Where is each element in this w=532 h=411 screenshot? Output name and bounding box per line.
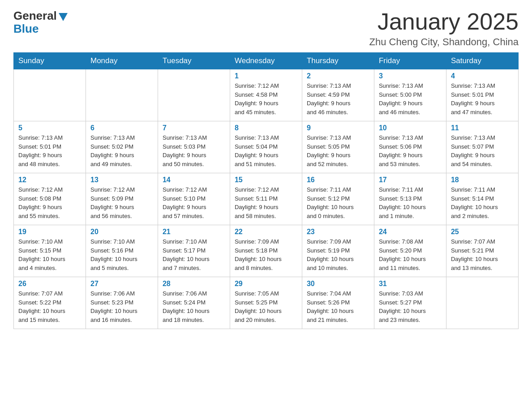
day-info: Sunrise: 7:11 AM Sunset: 5:14 PM Dayligh…	[451, 185, 514, 220]
day-info: Sunrise: 7:09 AM Sunset: 5:19 PM Dayligh…	[307, 237, 369, 272]
day-info: Sunrise: 7:13 AM Sunset: 5:03 PM Dayligh…	[163, 133, 225, 168]
day-number: 13	[90, 176, 153, 184]
title-section: January 2025 Zhu Cheng City, Shandong, C…	[369, 9, 519, 48]
calendar-cell: 30Sunrise: 7:04 AM Sunset: 5:26 PM Dayli…	[302, 277, 374, 329]
day-number: 15	[235, 176, 297, 184]
calendar-header-row: SundayMondayTuesdayWednesdayThursdayFrid…	[14, 53, 519, 69]
day-number: 12	[18, 176, 81, 184]
calendar-cell: 24Sunrise: 7:08 AM Sunset: 5:20 PM Dayli…	[374, 225, 446, 277]
day-number: 10	[379, 124, 442, 132]
day-info: Sunrise: 7:06 AM Sunset: 5:24 PM Dayligh…	[163, 289, 225, 324]
day-number: 20	[90, 228, 153, 236]
calendar-cell: 6Sunrise: 7:13 AM Sunset: 5:02 PM Daylig…	[86, 121, 158, 173]
day-number: 23	[307, 228, 369, 236]
day-info: Sunrise: 7:13 AM Sunset: 5:04 PM Dayligh…	[235, 133, 297, 168]
calendar-week-4: 19Sunrise: 7:10 AM Sunset: 5:15 PM Dayli…	[14, 225, 519, 277]
day-number: 22	[235, 228, 297, 236]
day-number: 28	[163, 280, 225, 288]
day-info: Sunrise: 7:12 AM Sunset: 4:58 PM Dayligh…	[235, 81, 297, 116]
calendar-cell: 25Sunrise: 7:07 AM Sunset: 5:21 PM Dayli…	[446, 225, 518, 277]
calendar-cell	[158, 69, 230, 121]
calendar-cell: 13Sunrise: 7:12 AM Sunset: 5:09 PM Dayli…	[86, 173, 158, 225]
day-number: 27	[90, 280, 153, 288]
calendar-cell: 28Sunrise: 7:06 AM Sunset: 5:24 PM Dayli…	[158, 277, 230, 329]
day-info: Sunrise: 7:13 AM Sunset: 5:05 PM Dayligh…	[307, 133, 369, 168]
day-number: 19	[18, 228, 81, 236]
day-info: Sunrise: 7:12 AM Sunset: 5:08 PM Dayligh…	[18, 185, 81, 220]
day-info: Sunrise: 7:04 AM Sunset: 5:26 PM Dayligh…	[307, 289, 369, 324]
day-info: Sunrise: 7:10 AM Sunset: 5:17 PM Dayligh…	[163, 237, 225, 272]
day-info: Sunrise: 7:09 AM Sunset: 5:18 PM Dayligh…	[235, 237, 297, 272]
day-number: 3	[379, 72, 442, 80]
page-header: General Blue January 2025 Zhu Cheng City…	[13, 9, 519, 48]
weekday-header-monday: Monday	[86, 53, 158, 69]
day-info: Sunrise: 7:13 AM Sunset: 5:00 PM Dayligh…	[379, 81, 442, 116]
day-info: Sunrise: 7:12 AM Sunset: 5:09 PM Dayligh…	[90, 185, 153, 220]
day-number: 30	[307, 280, 369, 288]
calendar-cell: 23Sunrise: 7:09 AM Sunset: 5:19 PM Dayli…	[302, 225, 374, 277]
calendar-table: SundayMondayTuesdayWednesdayThursdayFrid…	[13, 52, 519, 329]
calendar-cell: 18Sunrise: 7:11 AM Sunset: 5:14 PM Dayli…	[446, 173, 518, 225]
calendar-cell: 11Sunrise: 7:13 AM Sunset: 5:07 PM Dayli…	[446, 121, 518, 173]
month-title: January 2025	[369, 9, 519, 34]
calendar-week-3: 12Sunrise: 7:12 AM Sunset: 5:08 PM Dayli…	[14, 173, 519, 225]
calendar-cell: 29Sunrise: 7:05 AM Sunset: 5:25 PM Dayli…	[230, 277, 302, 329]
day-info: Sunrise: 7:08 AM Sunset: 5:20 PM Dayligh…	[379, 237, 442, 272]
calendar-week-1: 1Sunrise: 7:12 AM Sunset: 4:58 PM Daylig…	[14, 69, 519, 121]
day-number: 17	[379, 176, 442, 184]
day-info: Sunrise: 7:13 AM Sunset: 4:59 PM Dayligh…	[307, 81, 369, 116]
logo-arrow-icon	[59, 13, 68, 21]
weekday-header-tuesday: Tuesday	[158, 53, 230, 69]
day-info: Sunrise: 7:07 AM Sunset: 5:21 PM Dayligh…	[451, 237, 514, 272]
day-info: Sunrise: 7:13 AM Sunset: 5:01 PM Dayligh…	[18, 133, 81, 168]
calendar-week-5: 26Sunrise: 7:07 AM Sunset: 5:22 PM Dayli…	[14, 277, 519, 329]
day-info: Sunrise: 7:13 AM Sunset: 5:02 PM Dayligh…	[90, 133, 153, 168]
day-number: 4	[451, 72, 514, 80]
calendar-cell: 2Sunrise: 7:13 AM Sunset: 4:59 PM Daylig…	[302, 69, 374, 121]
day-number: 21	[163, 228, 225, 236]
calendar-cell: 27Sunrise: 7:06 AM Sunset: 5:23 PM Dayli…	[86, 277, 158, 329]
calendar-cell	[446, 277, 518, 329]
day-info: Sunrise: 7:13 AM Sunset: 5:01 PM Dayligh…	[451, 81, 514, 116]
calendar-cell	[86, 69, 158, 121]
day-info: Sunrise: 7:13 AM Sunset: 5:07 PM Dayligh…	[451, 133, 514, 168]
day-info: Sunrise: 7:12 AM Sunset: 5:11 PM Dayligh…	[235, 185, 297, 220]
day-info: Sunrise: 7:13 AM Sunset: 5:06 PM Dayligh…	[379, 133, 442, 168]
calendar-cell: 16Sunrise: 7:11 AM Sunset: 5:12 PM Dayli…	[302, 173, 374, 225]
day-number: 1	[235, 72, 297, 80]
logo-blue-text: Blue	[13, 22, 39, 36]
day-number: 14	[163, 176, 225, 184]
day-number: 7	[163, 124, 225, 132]
weekday-header-wednesday: Wednesday	[230, 53, 302, 69]
calendar-cell: 26Sunrise: 7:07 AM Sunset: 5:22 PM Dayli…	[14, 277, 86, 329]
weekday-header-thursday: Thursday	[302, 53, 374, 69]
calendar-cell: 21Sunrise: 7:10 AM Sunset: 5:17 PM Dayli…	[158, 225, 230, 277]
weekday-header-friday: Friday	[374, 53, 446, 69]
weekday-header-sunday: Sunday	[14, 53, 86, 69]
day-number: 2	[307, 72, 369, 80]
day-info: Sunrise: 7:10 AM Sunset: 5:16 PM Dayligh…	[90, 237, 153, 272]
calendar-cell	[14, 69, 86, 121]
day-number: 16	[307, 176, 369, 184]
calendar-cell: 7Sunrise: 7:13 AM Sunset: 5:03 PM Daylig…	[158, 121, 230, 173]
calendar-cell: 8Sunrise: 7:13 AM Sunset: 5:04 PM Daylig…	[230, 121, 302, 173]
logo: General Blue	[13, 9, 68, 36]
calendar-cell: 5Sunrise: 7:13 AM Sunset: 5:01 PM Daylig…	[14, 121, 86, 173]
day-info: Sunrise: 7:03 AM Sunset: 5:27 PM Dayligh…	[379, 289, 442, 324]
day-number: 26	[18, 280, 81, 288]
calendar-cell: 14Sunrise: 7:12 AM Sunset: 5:10 PM Dayli…	[158, 173, 230, 225]
day-info: Sunrise: 7:07 AM Sunset: 5:22 PM Dayligh…	[18, 289, 81, 324]
day-number: 9	[307, 124, 369, 132]
day-number: 8	[235, 124, 297, 132]
day-number: 29	[235, 280, 297, 288]
day-info: Sunrise: 7:11 AM Sunset: 5:13 PM Dayligh…	[379, 185, 442, 220]
calendar-cell: 3Sunrise: 7:13 AM Sunset: 5:00 PM Daylig…	[374, 69, 446, 121]
day-number: 18	[451, 176, 514, 184]
calendar-cell: 20Sunrise: 7:10 AM Sunset: 5:16 PM Dayli…	[86, 225, 158, 277]
day-number: 11	[451, 124, 514, 132]
location-title: Zhu Cheng City, Shandong, China	[369, 36, 519, 48]
calendar-cell: 12Sunrise: 7:12 AM Sunset: 5:08 PM Dayli…	[14, 173, 86, 225]
weekday-header-saturday: Saturday	[446, 53, 518, 69]
day-number: 5	[18, 124, 81, 132]
day-info: Sunrise: 7:11 AM Sunset: 5:12 PM Dayligh…	[307, 185, 369, 220]
